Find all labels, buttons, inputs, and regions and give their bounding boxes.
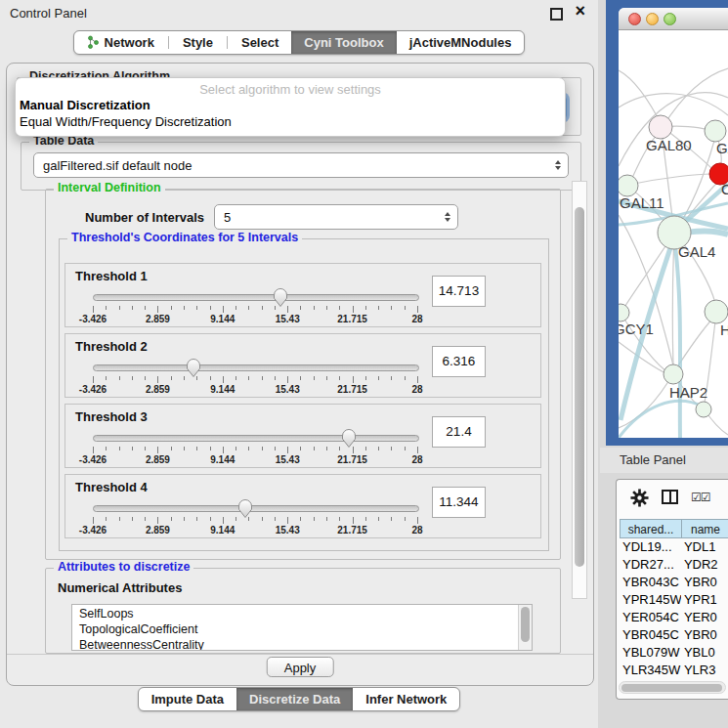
tab-infer-network[interactable]: Infer Network [353, 688, 459, 710]
threshold-value-box[interactable]: 14.713 [432, 276, 486, 307]
node-gcy1[interactable] [619, 304, 629, 321]
attributes-items: SelfLoopsTopologicalCoefficientBetweenne… [72, 606, 532, 651]
minor-tick [405, 447, 406, 450]
tab-network[interactable]: Network [74, 31, 167, 54]
attributes-group: Attributes to discretize Numerical Attri… [45, 568, 561, 654]
scrollbar-thumb[interactable] [621, 684, 722, 692]
minor-tick [405, 376, 406, 380]
minor-tick [300, 376, 301, 380]
threshold-slider[interactable]: -3.4262.8599.14415.4321.71528 [93, 287, 417, 326]
close-traffic-light-icon[interactable] [628, 13, 641, 25]
number-of-intervals-label: Number of Intervals [85, 210, 204, 225]
table-row[interactable]: YBR045CYBR0 [620, 626, 728, 644]
threshold-value-box[interactable]: 21.4 [432, 416, 486, 448]
threshold-slider[interactable]: -3.4262.8599.14415.4321.71528 [93, 358, 417, 397]
algorithm-dropdown-popup: Select algorithm to view settings Manual… [15, 77, 566, 137]
node-gal80[interactable] [649, 115, 672, 139]
threshold-slider[interactable]: -3.4262.8599.14415.4321.71528 [93, 428, 417, 467]
slider-thumb[interactable] [237, 498, 253, 519]
threshold-value-box[interactable]: 6.316 [432, 346, 486, 377]
algorithm-option[interactable]: Equal Width/Frequency Discretization [16, 113, 565, 130]
tab-style[interactable]: Style [170, 31, 226, 54]
table-data-combobox[interactable]: galFiltered.sif default node [33, 152, 569, 178]
slider-track[interactable] [93, 364, 419, 371]
checkboxes-icon[interactable]: ☑☑ [691, 491, 710, 504]
slider-track[interactable] [93, 294, 419, 301]
minor-tick [326, 447, 327, 450]
slider-thumb[interactable] [273, 287, 288, 308]
minor-tick [262, 306, 263, 310]
tick-label: 2.859 [146, 314, 170, 324]
table-row[interactable]: YDR27...YDR2 [620, 556, 728, 574]
close-icon[interactable]: × [575, 1, 585, 21]
slider-thumb[interactable] [341, 428, 357, 449]
tab-jactivemnodules[interactable]: jActiveMNodules [397, 31, 525, 54]
minor-tick [378, 517, 379, 521]
node-bottom[interactable] [696, 402, 711, 417]
table-panel: ☑☑ shared...name YDL19...YDL1YDR27...YDR… [616, 479, 728, 700]
attribute-item[interactable]: BetweennessCentrality [79, 637, 532, 651]
table-row[interactable]: YER054CYER0 [620, 609, 728, 626]
number-of-intervals-spinner[interactable]: 5 [214, 204, 458, 230]
table-row[interactable]: YDL19...YDL1 [620, 538, 728, 556]
slider-track[interactable] [93, 435, 419, 442]
slider-track[interactable] [93, 505, 419, 512]
algorithm-option[interactable]: Manual Discretization [16, 97, 565, 113]
algorithm-placeholder-item[interactable]: Select algorithm to view settings [16, 82, 565, 97]
tab-impute-data[interactable]: Impute Data [139, 688, 236, 710]
table-row[interactable]: YLR345WYLR3 [620, 662, 728, 679]
table-cell: YBR043C [620, 574, 681, 591]
tick-label: 28 [411, 525, 422, 535]
network-canvas[interactable]: GAL80GACGAL11GAL4GCY1HHAP2 [619, 29, 728, 438]
table-horizontal-scrollbar[interactable] [619, 681, 726, 694]
minor-tick [145, 447, 146, 450]
float-window-icon[interactable] [550, 8, 563, 21]
minor-tick [184, 376, 185, 380]
minimize-traffic-light-icon[interactable] [646, 13, 659, 25]
table-cell: YDL1 [681, 538, 728, 556]
threshold-value-box[interactable]: 11.344 [432, 487, 486, 518]
node-h[interactable] [705, 300, 728, 323]
zoom-traffic-light-icon[interactable] [664, 13, 676, 25]
table-row[interactable]: YBL079WYBL0 [620, 644, 728, 662]
tick-label: -3.426 [79, 525, 107, 535]
attributes-scrollbar[interactable] [518, 605, 532, 650]
table-cell: YBL0 [681, 644, 728, 662]
tab-discretize-data[interactable]: Discretize Data [236, 688, 353, 710]
split-columns-icon[interactable] [662, 490, 678, 504]
minor-tick [119, 517, 120, 521]
tick-label: 9.144 [210, 454, 235, 465]
threshold-slider[interactable]: -3.4262.8599.14415.4321.71528 [93, 498, 417, 537]
apply-button[interactable]: Apply [267, 657, 334, 677]
scrollbar-thumb[interactable] [575, 207, 584, 567]
spinner-stepper-icon [440, 212, 455, 222]
scrollbar-thumb[interactable] [521, 607, 530, 642]
minor-tick [314, 447, 315, 450]
node-table[interactable]: shared...name YDL19...YDL1YDR27...YDR2YB… [620, 519, 728, 697]
attribute-item[interactable]: SelfLoops [79, 606, 532, 621]
tick-label: -3.426 [79, 454, 107, 465]
panel-scrollbar[interactable] [572, 181, 587, 599]
major-tick [93, 517, 94, 524]
gear-icon[interactable] [630, 489, 649, 511]
tab-select[interactable]: Select [229, 31, 291, 54]
minor-tick [248, 306, 249, 310]
numerical-attributes-list[interactable]: SelfLoopsTopologicalCoefficientBetweenne… [71, 604, 533, 651]
attribute-item[interactable]: TopologicalCoefficient [79, 621, 532, 637]
tick-label: -3.426 [79, 384, 107, 395]
slider-thumb[interactable] [186, 358, 201, 378]
node-top-right[interactable] [705, 120, 726, 142]
column-header[interactable]: name [681, 519, 728, 538]
table-cell: YBL079W [620, 644, 681, 662]
tab-cyni-toolbox[interactable]: Cyni Toolbox [291, 31, 396, 54]
node-gal11[interactable] [619, 175, 638, 196]
column-header[interactable]: shared... [620, 519, 682, 538]
table-row[interactable]: YPR145WYPR1 [620, 591, 728, 609]
table-row[interactable]: YBR043CYBR0 [620, 574, 728, 591]
node-h-label: H [720, 321, 728, 338]
tab-label: Discretize Data [249, 692, 340, 707]
table-header-row: shared...name [620, 519, 728, 538]
cyni-toolbox-panel: Discretization Algorithm Select algorith… [6, 63, 594, 686]
minor-tick [132, 517, 133, 521]
node-hap2[interactable] [664, 364, 683, 384]
